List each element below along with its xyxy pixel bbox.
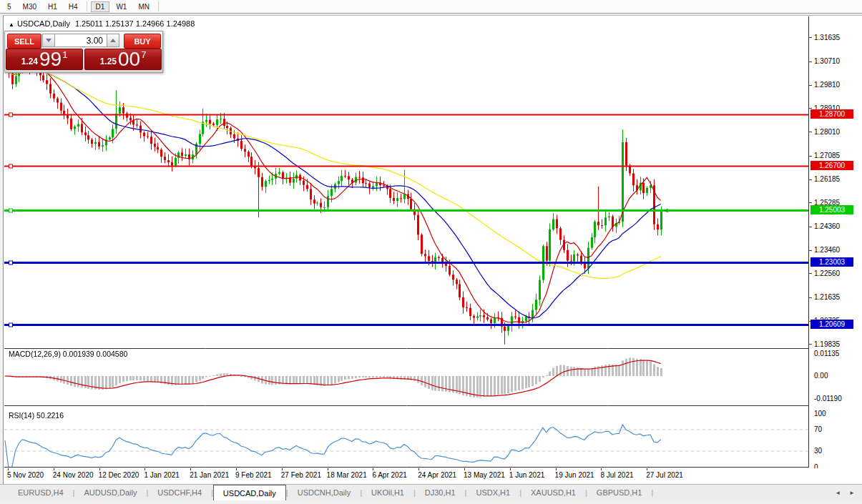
chart-title: ▲USDCAD,Daily1.25011 1.25137 1.24966 1.2… xyxy=(9,19,195,28)
price-axis[interactable]: 1.316351.307101.298101.289101.280101.270… xyxy=(809,16,862,468)
volume-decrease-button[interactable] xyxy=(42,34,55,47)
symbol-tab-bar: EURUSD,H4|AUDUSD,Daily|USDCHF,H4|USDCAD,… xyxy=(0,484,862,500)
macd-indicator-label: MACD(12,26,9) 0.001939 0.004580 xyxy=(9,350,127,358)
arrow-up-icon xyxy=(110,39,116,42)
date-tick-mark xyxy=(145,468,145,470)
date-tick-mark xyxy=(236,468,237,470)
collapse-triangle-icon[interactable]: ▲ xyxy=(9,21,14,28)
date-tick-label: 8 Jul 2021 xyxy=(600,471,633,479)
date-tick-label: 27 Feb 2021 xyxy=(281,471,321,479)
buy-button[interactable]: BUY xyxy=(124,34,161,49)
chart-tab-gbpusd[interactable]: GBPUSD,H1 xyxy=(587,485,652,500)
date-tick-mark xyxy=(99,468,100,470)
level-price-badge: 1.26700 xyxy=(810,161,853,170)
timeframe-button-mn[interactable]: MN xyxy=(133,1,155,12)
macd-tick-label: 0.01135 xyxy=(814,350,839,357)
date-tick-label: 27 Jul 2021 xyxy=(646,471,683,479)
chart-tab-usdcad[interactable]: USDCAD,Daily xyxy=(213,485,286,500)
date-tick-label: 12 Dec 2020 xyxy=(99,471,139,479)
tab-scroll-left-icon[interactable]: ◄ xyxy=(835,490,841,496)
chart-tab-usdchf[interactable]: USDCHF,H4 xyxy=(148,485,211,500)
timeframe-button-d1[interactable]: D1 xyxy=(91,1,110,12)
buy-price-prefix: 1.25 xyxy=(100,56,117,66)
price-tick-mark xyxy=(809,227,812,227)
date-tick-label: 18 Mar 2021 xyxy=(327,471,367,479)
chart-tab-xauusd[interactable]: XAUUSD,H1 xyxy=(521,485,585,500)
price-tick-mark xyxy=(809,61,812,62)
rsi-tick-label: 30 xyxy=(814,447,822,455)
date-tick-mark xyxy=(373,468,373,470)
sell-price-main: 99 xyxy=(39,50,62,69)
volume-increase-button[interactable] xyxy=(107,34,119,47)
price-tick-label: 1.31635 xyxy=(814,34,840,41)
toolbar-separator xyxy=(87,1,87,11)
date-tick-label: 6 Apr 2021 xyxy=(372,471,406,479)
price-tick-mark xyxy=(809,85,812,86)
price-tick-label: 1.26185 xyxy=(814,175,840,183)
sell-price-quote[interactable]: 1.24 99 1 xyxy=(6,49,83,70)
volume-input[interactable] xyxy=(54,34,107,47)
price-chart-canvas[interactable] xyxy=(4,16,809,468)
rsi-indicator-label: RSI(14) 50.2216 xyxy=(9,411,64,420)
sell-price-pip: 1 xyxy=(62,49,67,60)
date-tick-mark xyxy=(54,468,54,470)
tab-separator: | xyxy=(651,485,653,500)
date-tick-mark xyxy=(190,468,191,470)
mt4-trading-app: { "toolbar": { "timeframes": [ {"label":… xyxy=(0,0,862,504)
chart-tab-ukoil[interactable]: UKOil,H1 xyxy=(362,485,413,500)
timeframe-toolbar: 5M30H1H4D1W1MN xyxy=(0,0,862,14)
date-tick-label: 24 Apr 2021 xyxy=(418,471,456,479)
timeframe-button-m30[interactable]: M30 xyxy=(18,1,41,12)
price-tick-label: 1.29810 xyxy=(814,81,840,89)
price-tick-mark xyxy=(809,156,812,157)
sell-button[interactable]: SELL xyxy=(7,34,41,49)
rsi-tick-label: 70 xyxy=(814,425,822,433)
timeframe-button-w1[interactable]: W1 xyxy=(111,1,132,12)
date-tick-mark xyxy=(464,468,465,470)
buy-price-pip: 7 xyxy=(141,49,146,60)
chart-tab-usdcnh[interactable]: USDCNH,Daily xyxy=(288,485,361,500)
price-tick-mark xyxy=(809,344,812,345)
one-click-trade-panel: SELL BUY 1.24 99 1 1.25 00 7 xyxy=(4,31,163,73)
sell-price-prefix: 1.24 xyxy=(21,56,38,66)
rsi-tick-label: 100 xyxy=(814,410,826,417)
date-tick-mark xyxy=(8,468,9,470)
tab-scroll-right-icon[interactable]: ► xyxy=(849,490,855,496)
date-tick-mark xyxy=(647,468,647,470)
chart-tab-eurusd[interactable]: EURUSD,H4 xyxy=(9,485,73,500)
chart-tab-audusd[interactable]: AUDUSD,Daily xyxy=(74,485,146,500)
level-price-badge: 1.28700 xyxy=(810,109,853,119)
price-tick-label: 1.24360 xyxy=(814,222,840,230)
level-price-badge: 1.25003 xyxy=(810,205,853,214)
price-tick-label: 1.22560 xyxy=(814,270,840,277)
toolbar-separator xyxy=(158,1,159,11)
date-tick-label: 24 Nov 2020 xyxy=(53,471,94,479)
chart-tab-usdx[interactable]: USDX,H1 xyxy=(466,485,519,500)
price-tick-label: 1.27085 xyxy=(814,152,840,159)
date-axis[interactable]: 5 Nov 202024 Nov 202012 Dec 20201 Jan 20… xyxy=(4,468,861,483)
date-tick-mark xyxy=(510,468,511,470)
level-price-badge: 1.23003 xyxy=(810,257,853,267)
level-price-badge: 1.20609 xyxy=(810,320,853,329)
status-strip xyxy=(0,500,862,504)
price-tick-mark xyxy=(809,179,812,180)
price-tick-label: 1.21635 xyxy=(814,293,840,301)
arrow-down-icon xyxy=(46,39,52,42)
timeframe-button-h1[interactable]: H1 xyxy=(43,1,62,12)
date-tick-label: 21 Jan 2021 xyxy=(190,471,229,479)
date-tick-mark xyxy=(328,468,328,470)
date-tick-label: 5 Nov 2020 xyxy=(7,471,44,479)
date-tick-label: 1 Jun 2021 xyxy=(509,471,545,479)
chart-ohlc-values: 1.25011 1.25137 1.24966 1.24988 xyxy=(75,19,195,28)
macd-tick-label: 0.00 xyxy=(814,372,828,380)
price-tick-label: 1.28010 xyxy=(814,128,840,136)
date-tick-label: 9 Feb 2021 xyxy=(235,471,272,479)
price-tick-mark xyxy=(809,37,812,38)
tab-scroll-arrows: ◄► xyxy=(835,485,855,501)
timeframe-button-h4[interactable]: H4 xyxy=(64,1,83,12)
chart-tab-dj30[interactable]: DJ30,H1 xyxy=(416,485,465,500)
timeframe-button-5[interactable]: 5 xyxy=(2,1,16,12)
price-tick-mark xyxy=(809,202,812,203)
buy-price-quote[interactable]: 1.25 00 7 xyxy=(84,49,162,70)
price-tick-mark xyxy=(809,132,812,132)
